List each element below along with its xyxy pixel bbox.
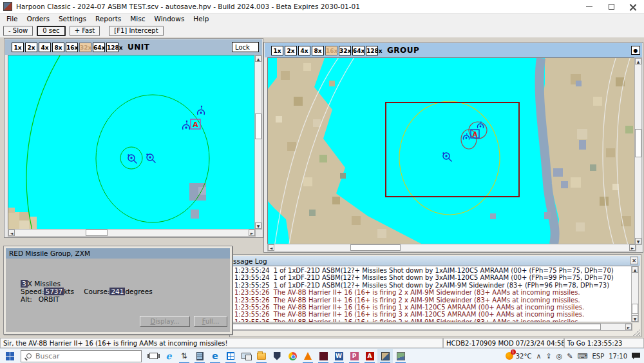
notification-badge: 1 bbox=[511, 349, 516, 355]
taskbar-app-media[interactable] bbox=[316, 349, 331, 363]
taskbar-app-powerpoint[interactable]: P bbox=[346, 349, 362, 363]
taskbar-app-security[interactable] bbox=[269, 349, 285, 363]
full-button[interactable]: Full... bbox=[194, 316, 227, 327]
scroll-left-icon[interactable]: ◄ bbox=[8, 230, 15, 236]
unit-map-vscrollbar[interactable]: ▲ ▼ bbox=[254, 55, 262, 230]
group-zoom-8x[interactable]: 8x bbox=[312, 46, 324, 55]
menu-reports[interactable]: Reports bbox=[95, 15, 121, 23]
display-button[interactable]: Display... bbox=[140, 316, 190, 327]
group-window: 1x 2x 4x 8x 16x 32x 64x 128x GROUP ● bbox=[263, 42, 643, 253]
minimize-button[interactable] bbox=[578, 0, 600, 14]
taskbar-app-chrome[interactable] bbox=[285, 349, 300, 363]
unit-map[interactable]: A bbox=[8, 55, 255, 229]
search-input[interactable] bbox=[35, 352, 132, 360]
taskbar-app-vlc[interactable] bbox=[300, 349, 316, 363]
maximize-button[interactable] bbox=[600, 0, 622, 14]
pen-icon[interactable]: ✎ bbox=[567, 352, 573, 360]
altitude-line: Alt:ORBIT bbox=[21, 295, 153, 303]
log-vscrollbar[interactable]: ▲ ▼ bbox=[631, 266, 639, 322]
start-button[interactable] bbox=[0, 349, 19, 363]
lock-button[interactable]: Lock bbox=[232, 42, 259, 52]
pause-button[interactable]: 0 sec bbox=[37, 26, 65, 36]
taskbar-app-photos[interactable] bbox=[393, 349, 408, 363]
taskbar-search[interactable] bbox=[21, 350, 142, 362]
action-center-icon[interactable] bbox=[632, 353, 640, 360]
unit-zoom-32x[interactable]: 32x bbox=[79, 43, 91, 52]
scroll-down-icon[interactable]: ▼ bbox=[255, 222, 261, 229]
scroll-up-icon[interactable]: ▲ bbox=[632, 266, 638, 273]
log-close-button[interactable]: ✕ bbox=[630, 257, 638, 264]
menu-file[interactable]: File bbox=[6, 15, 18, 23]
taskbar-app-edge[interactable]: e bbox=[207, 349, 223, 363]
scroll-right-icon[interactable]: ► bbox=[249, 230, 255, 236]
group-zoom-16x[interactable]: 16x bbox=[325, 46, 337, 55]
group-zoom-1x[interactable]: 1x bbox=[271, 46, 283, 55]
taskbar-app-sync[interactable]: ⇅ bbox=[176, 349, 192, 363]
taskbar-app-file-explorer[interactable] bbox=[254, 349, 269, 363]
menu-settings[interactable]: Settings bbox=[59, 15, 86, 23]
resize-grip[interactable] bbox=[633, 329, 640, 336]
language-indicator[interactable]: ESP bbox=[592, 353, 604, 360]
weather-widget[interactable]: 1 32°C bbox=[506, 352, 532, 360]
group-vscroll-thumb[interactable] bbox=[635, 129, 641, 157]
menu-help[interactable]: Help bbox=[193, 15, 209, 23]
group-hscroll-thumb[interactable] bbox=[350, 244, 401, 251]
scroll-up-icon[interactable]: ▲ bbox=[635, 58, 641, 64]
unit-zoom-4x[interactable]: 4x bbox=[39, 43, 51, 52]
task-view-button[interactable] bbox=[146, 349, 161, 363]
unit-zoom-128x[interactable]: 128x bbox=[106, 43, 118, 52]
log-hscroll-thumb[interactable] bbox=[232, 324, 601, 330]
unit-vscroll-thumb[interactable] bbox=[255, 113, 261, 139]
fast-button[interactable]: + Fast bbox=[70, 26, 100, 36]
scroll-left-icon[interactable]: ◄ bbox=[268, 244, 274, 251]
keyboard-icon[interactable]: ⌨ bbox=[578, 352, 588, 360]
unit-panel-titlebar: 1x 2x 4x 8x 16x 32x 64x 128x UNIT Lock bbox=[5, 39, 262, 55]
tray-circle-icon[interactable]: ◎ bbox=[556, 352, 563, 360]
close-button[interactable] bbox=[622, 0, 644, 14]
chrome-icon bbox=[289, 352, 297, 360]
group-zoom-128x[interactable]: 128x bbox=[366, 46, 378, 55]
menu-misc[interactable]: Misc bbox=[130, 15, 145, 23]
taskbar-app-harpoon[interactable] bbox=[377, 349, 393, 363]
unit-hscroll-thumb[interactable] bbox=[86, 230, 108, 236]
scroll-down-icon[interactable]: ▼ bbox=[632, 315, 638, 322]
group-zoom-4x[interactable]: 4x bbox=[298, 46, 310, 55]
taskbar-app-store[interactable] bbox=[223, 349, 238, 363]
unit-zoom-8x[interactable]: 8x bbox=[52, 43, 64, 52]
clock[interactable]: 17:10 bbox=[609, 353, 627, 360]
scroll-up-icon[interactable]: ▲ bbox=[255, 55, 261, 62]
usb-icon[interactable]: ⇪ bbox=[546, 352, 552, 360]
task-view-icon bbox=[149, 353, 158, 359]
slow-button[interactable]: - Slow bbox=[3, 26, 33, 36]
group-map-vscrollbar[interactable]: ▲ ▼ bbox=[634, 57, 642, 245]
taskbar-app-calculator[interactable] bbox=[192, 349, 207, 363]
group-zoom-32x[interactable]: 32x bbox=[339, 46, 351, 55]
unit-zoom-64x[interactable]: 64x bbox=[93, 43, 105, 52]
center-view-button[interactable]: ● bbox=[631, 46, 640, 55]
menu-orders[interactable]: Orders bbox=[27, 15, 50, 23]
group-zoom-64x[interactable]: 64x bbox=[352, 46, 365, 55]
unit-zoom-16x[interactable]: 16x bbox=[66, 43, 78, 52]
menu-windows[interactable]: Windows bbox=[154, 15, 184, 23]
intercept-button[interactable]: [F1] Intercept bbox=[109, 26, 163, 36]
log-vscroll-thumb[interactable] bbox=[632, 304, 638, 314]
folder-icon bbox=[257, 353, 266, 360]
taskbar-app-acrobat[interactable]: A bbox=[362, 349, 377, 363]
taskbar-app-word[interactable]: W bbox=[331, 349, 346, 363]
scroll-right-icon[interactable]: ► bbox=[629, 244, 636, 251]
group-map-hscrollbar[interactable]: ◄ ► bbox=[267, 244, 636, 251]
log-hscrollbar[interactable]: ► bbox=[231, 323, 632, 331]
message-log-list[interactable]: 1:23:55:241 of 1xDF-21D ASBM(12?+ Missil… bbox=[231, 266, 632, 322]
taskbar: e ⇅ e W P A 1 32°C ∧ ⇪ ◎ ✎ ⌨ ESP 17:10 bbox=[0, 348, 644, 363]
unit-zoom-1x[interactable]: 1x bbox=[12, 43, 24, 52]
tray-chevron-icon[interactable]: ∧ bbox=[536, 352, 541, 360]
group-zoom-2x[interactable]: 2x bbox=[285, 46, 297, 55]
taskbar-app-remote-desktop[interactable] bbox=[238, 349, 254, 363]
unit-zoom-2x[interactable]: 2x bbox=[25, 43, 37, 52]
log-entry: 1:23:55:26The AV-8B Harrier II+ 16 (16+ … bbox=[234, 304, 632, 311]
unit-map-hscrollbar[interactable]: ◄ ► bbox=[8, 229, 256, 237]
info-window-body: 3X Missiles Speed:5737kts Course:241degr… bbox=[6, 259, 230, 332]
group-map[interactable]: A bbox=[268, 58, 636, 244]
scroll-right-icon[interactable]: ► bbox=[625, 324, 632, 330]
taskbar-app-ie[interactable]: e bbox=[161, 349, 176, 363]
